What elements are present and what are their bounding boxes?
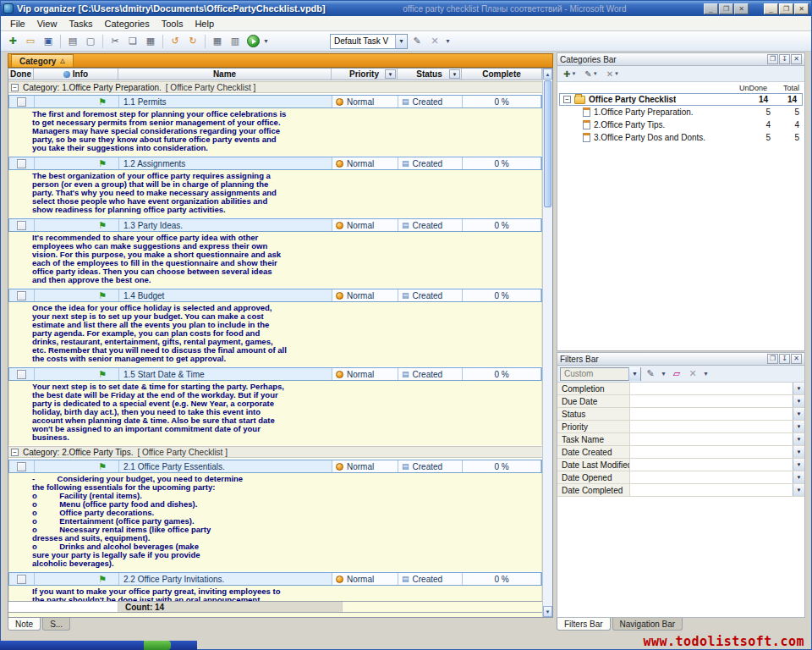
filter-value-field[interactable] xyxy=(630,395,793,407)
new-file-icon[interactable]: ✚ xyxy=(4,33,21,49)
filter-clear-icon[interactable]: ▱ xyxy=(670,367,683,381)
filter-value-field[interactable] xyxy=(630,459,793,471)
filter-close-icon[interactable]: ✕ xyxy=(686,367,700,381)
delete-category-icon[interactable]: ✕▼ xyxy=(603,67,623,80)
tree-item-category[interactable]: 2.Office Party Tips. 4 4 xyxy=(557,118,804,131)
filter-value-field[interactable] xyxy=(630,484,793,496)
tab-navigation-bar[interactable]: Navigation Bar xyxy=(612,618,683,631)
filter-dropdown-icon[interactable]: ▼ xyxy=(793,471,804,483)
column-header-complete[interactable]: Complete xyxy=(462,69,542,80)
menu-categories[interactable]: Categories xyxy=(99,18,156,30)
task-row[interactable]: ⚑ 1.1 Permits Normal ▤Created 0 % xyxy=(8,95,542,108)
filter-value-field[interactable] xyxy=(630,433,793,445)
task-row[interactable]: ⚑ 1.4 Budget Normal ▤Created 0 % xyxy=(8,289,542,302)
status-filter-dropdown-icon[interactable]: ▼ xyxy=(449,69,460,79)
menu-tools[interactable]: Tools xyxy=(156,18,189,30)
close-button[interactable]: ✕ xyxy=(794,3,809,14)
filter-options-dropdown-icon[interactable]: ▼ xyxy=(702,366,710,382)
menu-view[interactable]: View xyxy=(31,18,63,30)
minimize-button[interactable]: _ xyxy=(764,3,778,14)
task-row[interactable]: ⚑ 1.2 Assignments Normal ▤Created 0 % xyxy=(8,157,542,170)
maximize-button[interactable]: ❐ xyxy=(779,3,793,14)
redo-icon[interactable]: ↻ xyxy=(184,33,201,49)
collapse-icon[interactable]: − xyxy=(563,96,571,103)
filter-preset-combo-arrow-icon[interactable]: ▼ xyxy=(628,367,640,381)
cut-icon[interactable]: ✂ xyxy=(107,33,123,49)
filter-preset-combo[interactable]: Custom ▼ xyxy=(560,367,641,381)
save-icon[interactable]: ▣ xyxy=(40,33,57,49)
task-row[interactable]: ⚑ 1.3 Party Ideas. Normal ▤Created 0 % xyxy=(8,218,542,232)
task-done-checkbox[interactable] xyxy=(17,159,26,168)
category-group-row[interactable]: − Category: 2.Office Party Tips. [ Offic… xyxy=(8,446,542,458)
task-done-checkbox[interactable] xyxy=(17,575,26,584)
task-row[interactable]: ⚑ 2.1 Office Party Essentials. Normal ▤C… xyxy=(8,460,542,473)
task-row[interactable]: ⚑ 1.5 Start Date & Time Normal ▤Created … xyxy=(8,367,542,381)
task-done-checkbox[interactable] xyxy=(17,291,26,300)
tab-note[interactable]: Note xyxy=(8,618,41,631)
menu-tasks[interactable]: Tasks xyxy=(63,18,98,30)
column-header-done[interactable]: Done xyxy=(8,69,34,80)
scrollbar-track[interactable] xyxy=(543,208,552,606)
filter-value-field[interactable] xyxy=(630,471,793,483)
tree-item-category[interactable]: 1.Office Party Preparation. 5 5 xyxy=(557,106,804,118)
panel-pin-icon[interactable]: ↧ xyxy=(779,354,790,364)
copy-icon[interactable]: ❏ xyxy=(124,33,141,49)
open-file-icon[interactable]: ▭ xyxy=(22,33,39,49)
print-preview-icon[interactable]: ▢ xyxy=(82,33,99,49)
edit-view-icon[interactable]: ✎ xyxy=(409,33,425,49)
view-options-dropdown-icon[interactable]: ▼ xyxy=(444,33,452,49)
filter-value-field[interactable] xyxy=(630,408,793,420)
panel-float-icon[interactable]: ❐ xyxy=(767,354,778,364)
new-task-dropdown-icon[interactable]: ▼ xyxy=(262,33,270,49)
filter-dropdown-icon[interactable]: ▼ xyxy=(793,433,804,445)
filter-dropdown-icon[interactable]: ▼ xyxy=(793,383,804,394)
category-group-row[interactable]: − Category: 1.Office Party Preparation. … xyxy=(8,81,542,93)
new-task-icon[interactable] xyxy=(244,33,261,49)
task-done-checkbox[interactable] xyxy=(17,370,26,379)
task-view-combo-arrow-icon[interactable]: ▼ xyxy=(395,35,407,48)
column-header-info[interactable]: Info xyxy=(34,69,118,80)
filter-dropdown-icon[interactable]: ▼ xyxy=(793,446,804,458)
add-category-icon[interactable]: ✚▼ xyxy=(560,67,579,80)
filter-dropdown-icon[interactable]: ▼ xyxy=(793,395,804,407)
edit-category-icon[interactable]: ✎▼ xyxy=(581,67,601,80)
card-view-icon[interactable]: ▥ xyxy=(227,33,244,49)
panel-close-icon[interactable]: ✕ xyxy=(791,354,802,364)
panel-float-icon[interactable]: ❐ xyxy=(767,54,778,64)
scroll-down-icon[interactable]: ▼ xyxy=(543,606,552,617)
menu-help[interactable]: Help xyxy=(189,18,220,30)
print-icon[interactable]: ▤ xyxy=(64,33,81,49)
filter-dropdown-icon[interactable]: ▼ xyxy=(793,484,804,496)
filter-edit-icon[interactable]: ✎ xyxy=(644,367,657,381)
group-by-category-tab[interactable]: Category △ xyxy=(11,54,74,67)
filter-value-field[interactable] xyxy=(630,446,793,458)
column-header-priority[interactable]: Priority▼ xyxy=(332,69,398,80)
scrollbar-thumb[interactable] xyxy=(544,80,551,207)
add-category-dropdown-icon[interactable]: ▼ xyxy=(571,71,576,76)
title-bar[interactable]: Vip organizer [C:\Users\dmitry\Documents… xyxy=(1,1,811,16)
tree-item-checklist-root[interactable]: − Office Party Checklist 14 14 xyxy=(559,93,803,106)
panel-pin-icon[interactable]: ↧ xyxy=(779,54,790,64)
delete-view-icon[interactable]: ✕ xyxy=(426,33,443,49)
filter-edit-dropdown-icon[interactable]: ▼ xyxy=(660,366,667,382)
task-done-checkbox[interactable] xyxy=(17,462,26,471)
tab-s[interactable]: S... xyxy=(42,618,70,631)
collapse-icon[interactable]: − xyxy=(11,449,19,456)
table-view-icon[interactable]: ▦ xyxy=(209,33,226,49)
filter-dropdown-icon[interactable]: ▼ xyxy=(793,421,804,432)
tab-filters-bar[interactable]: Filters Bar xyxy=(557,618,611,631)
tree-item-category[interactable]: 3.Office Party Dos and Donts. 5 5 xyxy=(557,131,804,144)
paste-icon[interactable]: ▦ xyxy=(142,33,159,49)
task-view-combo[interactable]: Default Task V ▼ xyxy=(330,34,408,49)
scroll-up-icon[interactable]: ▲ xyxy=(543,69,552,80)
filter-dropdown-icon[interactable]: ▼ xyxy=(793,408,804,420)
edit-category-dropdown-icon[interactable]: ▼ xyxy=(593,71,598,76)
undo-icon[interactable]: ↺ xyxy=(167,33,184,49)
panel-close-icon[interactable]: ✕ xyxy=(791,54,802,64)
menu-file[interactable]: File xyxy=(4,18,31,30)
task-row[interactable]: ⚑ 2.2 Office Party Invitations. Normal ▤… xyxy=(8,572,542,586)
filter-value-field[interactable] xyxy=(630,383,793,394)
task-done-checkbox[interactable] xyxy=(17,221,26,230)
priority-filter-dropdown-icon[interactable]: ▼ xyxy=(385,69,396,79)
filter-value-field[interactable] xyxy=(630,421,793,432)
